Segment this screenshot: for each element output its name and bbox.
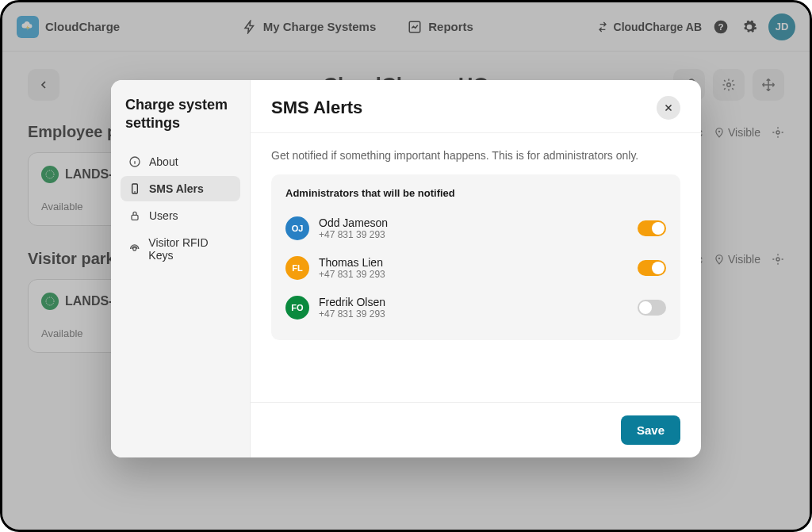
modal-body: Get notified if something important happ… xyxy=(251,133,701,402)
svg-rect-12 xyxy=(132,215,138,220)
admin-panel-title: Administrators that will be notified xyxy=(285,187,666,199)
sidebar-item-label: Visitor RFID Keys xyxy=(148,236,232,262)
admin-phone: +47 831 39 293 xyxy=(319,308,628,320)
sidebar-item-label: Users xyxy=(149,209,178,222)
sidebar-item-label: About xyxy=(149,155,178,168)
rfid-icon xyxy=(128,243,140,255)
phone-icon xyxy=(128,182,141,195)
admin-info: Odd Jameson+47 831 39 293 xyxy=(319,216,628,240)
save-button[interactable]: Save xyxy=(621,415,680,445)
admin-panel: Administrators that will be notified OJO… xyxy=(271,174,680,340)
sidebar-list: About SMS Alers Users Visitor RFID Keys xyxy=(121,149,240,268)
admin-name: Odd Jameson xyxy=(319,216,628,229)
modal-overlay[interactable]: Charge system settings About SMS Alers U… xyxy=(2,2,810,530)
modal-description: Get notified if something important happ… xyxy=(271,149,680,162)
admin-name: Thomas Lien xyxy=(319,256,628,269)
sidebar-item-sms-alerts[interactable]: SMS Alers xyxy=(121,176,240,201)
svg-point-13 xyxy=(133,247,136,251)
admin-info: Thomas Lien+47 831 39 293 xyxy=(319,256,628,280)
sidebar-item-rfid[interactable]: Visitor RFID Keys xyxy=(121,230,240,268)
notify-toggle[interactable] xyxy=(638,220,666,236)
modal-main: SMS Alerts Get notified if something imp… xyxy=(251,80,701,457)
admin-phone: +47 831 39 293 xyxy=(319,269,628,280)
admin-avatar: OJ xyxy=(285,216,309,240)
modal-sidebar-title: Charge system settings xyxy=(121,96,240,132)
admin-row: FOFredrik Olsen+47 831 39 293 xyxy=(285,288,666,327)
admin-row: FLThomas Lien+47 831 39 293 xyxy=(285,248,666,288)
sidebar-item-about[interactable]: About xyxy=(121,149,240,174)
admin-avatar: FL xyxy=(285,256,309,280)
modal-title: SMS Alerts xyxy=(271,98,362,118)
lock-icon xyxy=(128,209,141,222)
admin-phone: +47 831 39 293 xyxy=(319,229,628,240)
modal-sidebar: Charge system settings About SMS Alers U… xyxy=(111,80,251,457)
modal-header: SMS Alerts xyxy=(251,80,701,133)
modal-footer: Save xyxy=(251,402,701,457)
close-icon xyxy=(663,102,674,113)
close-button[interactable] xyxy=(657,96,680,120)
settings-modal: Charge system settings About SMS Alers U… xyxy=(111,80,701,457)
admin-info: Fredrik Olsen+47 831 39 293 xyxy=(319,296,628,320)
admin-row: OJOdd Jameson+47 831 39 293 xyxy=(285,209,666,248)
sidebar-item-label: SMS Alers xyxy=(149,182,204,195)
notify-toggle[interactable] xyxy=(638,260,666,276)
admin-avatar: FO xyxy=(285,296,309,320)
admin-name: Fredrik Olsen xyxy=(319,296,628,308)
sidebar-item-users[interactable]: Users xyxy=(121,203,240,228)
notify-toggle[interactable] xyxy=(638,300,666,316)
info-icon xyxy=(128,155,141,168)
